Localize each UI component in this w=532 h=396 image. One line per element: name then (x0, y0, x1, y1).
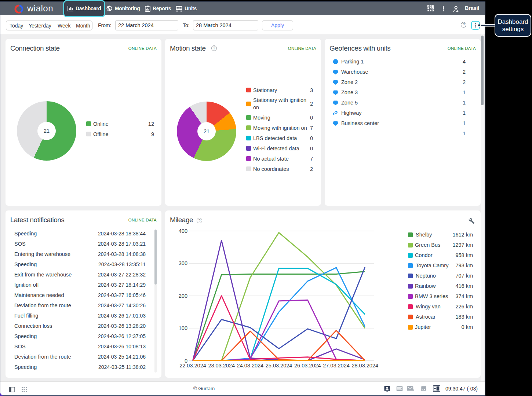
svg-text:24.03.2024: 24.03.2024 (237, 363, 264, 368)
svg-text:300: 300 (179, 260, 187, 266)
svg-text:26.03.2024: 26.03.2024 (294, 363, 321, 368)
svg-text:22.03.2024: 22.03.2024 (179, 363, 206, 368)
svg-text:400: 400 (179, 228, 187, 234)
svg-text:28.03.2024: 28.03.2024 (351, 363, 378, 368)
svg-text:200: 200 (179, 293, 187, 299)
svg-text:23.03.2024: 23.03.2024 (208, 363, 235, 368)
svg-text:25.03.2024: 25.03.2024 (266, 363, 292, 368)
svg-text:27.03.2024: 27.03.2024 (323, 363, 350, 368)
svg-text:100: 100 (179, 325, 187, 331)
